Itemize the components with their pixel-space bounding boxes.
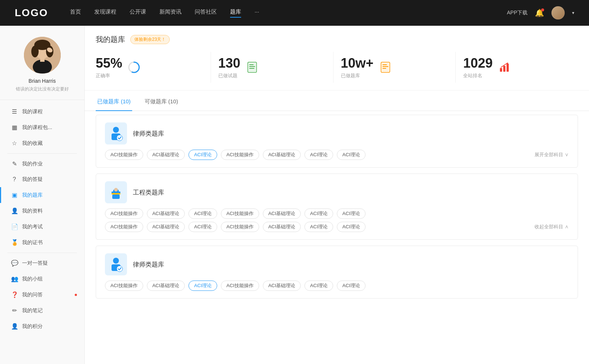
bank-tags-row-2b: ACI技能操作 ACI基础理论 ACI理论 ACI技能操作 ACI基础理论 AC… [105,222,569,232]
bank-tag-2b-2[interactable]: ACI理论 [188,222,217,232]
bank-tag-3-5[interactable]: ACI理论 [304,281,333,291]
bank-tag-2b-5[interactable]: ACI理论 [304,222,333,232]
page-header: 我的题库 体验剩余23天！ [85,26,589,44]
sidebar-item-my-homework[interactable]: ✎ 我的作业 [0,156,84,172]
bank-tag-3-3[interactable]: ACI技能操作 [221,281,259,291]
stat-accuracy-content: 55% 正确率 [96,56,122,79]
bank-expand-1[interactable]: 展开全部科目 ∨ [535,151,569,158]
nav-open-course[interactable]: 公开课 [130,8,146,18]
sidebar-item-my-group[interactable]: 👥 我的小组 [0,271,84,287]
app-download-button[interactable]: APP下载 [507,10,528,16]
bank-tag-1-5[interactable]: ACI理论 [304,150,333,160]
sidebar-item-my-questions[interactable]: ❓ 我的问答 [0,287,84,303]
one-on-one-icon: 💬 [11,260,18,267]
bank-tag-2b-6[interactable]: ACI理论 [337,222,366,232]
bank-tag-2b-0[interactable]: ACI技能操作 [105,222,143,232]
done-questions-icon [246,61,259,74]
lawyer-icon-1 [105,122,127,144]
sidebar-item-my-course[interactable]: ☰ 我的课程 [0,104,84,119]
svg-point-29 [113,258,119,264]
svg-rect-19 [503,66,505,72]
bank-tag-1-3[interactable]: ACI技能操作 [221,150,259,160]
bank-tag-3-4[interactable]: ACI基础理论 [263,281,301,291]
bank-tag-2a-6[interactable]: ACI理论 [337,208,366,219]
sidebar-item-my-profile[interactable]: 👤 我的资料 [0,203,84,219]
nav-news[interactable]: 新闻资讯 [159,8,181,18]
svg-rect-18 [500,68,502,72]
lawyer-icon-2 [105,253,127,275]
avatar-image [551,6,565,19]
notification-bell[interactable]: 🔔 [535,8,544,17]
stat-done-banks: 10w+ 已做题库 [334,52,456,83]
bank-tag-2a-1[interactable]: ACI基础理论 [147,208,185,219]
svg-rect-20 [507,64,509,72]
rank-icon [498,61,511,74]
bank-expand-2[interactable]: 收起全部科目 ∧ [535,224,569,230]
nav-qa[interactable]: 问答社区 [195,8,217,18]
profile-icon: 👤 [11,207,18,214]
bank-item-header-3: 律师类题库 [105,253,569,275]
sidebar-item-one-on-one[interactable]: 💬 一对一答疑 [0,255,84,271]
svg-rect-11 [249,64,254,65]
sidebar-item-my-bank[interactable]: ▣ 我的题库 [0,187,84,203]
bank-tag-1-6[interactable]: ACI理论 [337,150,366,160]
course-pack-icon: ▦ [11,124,18,131]
nav-home[interactable]: 首页 [70,8,81,18]
sidebar-item-my-points[interactable]: 👤 我的积分 [0,318,84,334]
main-layout: Brian Harris 错误的决定比没有决定要好 ☰ 我的课程 ▦ 我的课程包… [0,26,589,364]
stat-done-banks-number: 10w+ [341,56,374,71]
bank-title-1: 律师类题库 [133,129,164,138]
stat-accuracy-number: 55% [96,56,122,71]
sidebar-item-my-notes[interactable]: ✏ 我的笔记 [0,303,84,318]
tab-available-banks[interactable]: 可做题库 (10) [143,93,180,111]
bank-tag-2a-5[interactable]: ACI理论 [304,208,333,219]
bank-tag-3-1[interactable]: ACI基础理论 [147,281,185,291]
homework-icon: ✎ [11,160,18,167]
sidebar-item-my-favorites[interactable]: ☆ 我的收藏 [0,135,84,151]
sidebar-item-my-cert[interactable]: 🏅 我的证书 [0,235,84,250]
bank-tag-1-2[interactable]: ACI理论 [188,150,217,160]
bank-tags-row-1: ACI技能操作 ACI基础理论 ACI理论 ACI技能操作 ACI基础理论 AC… [105,150,569,160]
bank-tag-3-6[interactable]: ACI理论 [337,281,366,291]
user-avatar[interactable] [551,6,565,19]
sidebar-item-my-qa[interactable]: ? 我的答疑 [0,172,84,187]
sidebar-item-my-course-pack[interactable]: ▦ 我的课程包... [0,119,84,135]
bank-icon: ▣ [11,192,18,199]
bank-list: 律师类题库 ACI技能操作 ACI基础理论 ACI理论 ACI技能操作 ACI基… [85,111,589,308]
stat-rank: 1029 全站排名 [456,52,578,83]
sidebar-divider-1 [7,153,77,154]
qa-icon: ? [11,176,18,183]
stat-done-banks-label: 已做题库 [341,72,374,79]
bank-item-lawyer-2: 律师类题库 ACI技能操作 ACI基础理论 ACI理论 ACI技能操作 ACI基… [96,246,578,299]
bank-tag-1-4[interactable]: ACI基础理论 [263,150,301,160]
svg-point-31 [117,266,123,272]
svg-point-22 [113,127,119,133]
svg-rect-15 [382,64,387,65]
nav-bank[interactable]: 题库 [230,8,241,18]
accuracy-icon [127,61,141,74]
bank-tag-2a-0[interactable]: ACI技能操作 [105,208,143,219]
user-dropdown-arrow[interactable]: ▾ [572,10,574,15]
bank-tag-3-0[interactable]: ACI技能操作 [105,281,143,291]
sidebar-item-my-exam[interactable]: 📄 我的考试 [0,219,84,235]
stat-done-questions-label: 已做试题 [218,72,240,79]
bank-tag-1-0[interactable]: ACI技能操作 [105,150,143,160]
notes-icon: ✏ [11,307,18,314]
done-banks-icon [379,61,392,74]
stat-rank-number: 1029 [463,56,493,71]
bank-tags-row-2a: ACI技能操作 ACI基础理论 ACI理论 ACI技能操作 ACI基础理论 AC… [105,208,569,219]
bank-tag-2b-4[interactable]: ACI基础理论 [263,222,301,232]
nav-more[interactable]: ··· [254,8,259,18]
bank-tag-2a-4[interactable]: ACI基础理论 [263,208,301,219]
bank-tag-2b-1[interactable]: ACI基础理论 [147,222,185,232]
svg-rect-6 [40,57,45,62]
bank-tag-2a-2[interactable]: ACI理论 [188,208,217,219]
bank-tag-1-1[interactable]: ACI基础理论 [147,150,185,160]
bank-tag-2a-3[interactable]: ACI技能操作 [221,208,259,219]
bank-tag-2b-3[interactable]: ACI技能操作 [221,222,259,232]
tab-done-banks[interactable]: 已做题库 (10) [96,93,132,111]
stat-accuracy: 55% 正确率 [96,52,211,83]
nav-discover[interactable]: 发现课程 [94,8,116,18]
bank-tag-3-2[interactable]: ACI理论 [188,281,217,291]
svg-rect-26 [112,193,120,195]
